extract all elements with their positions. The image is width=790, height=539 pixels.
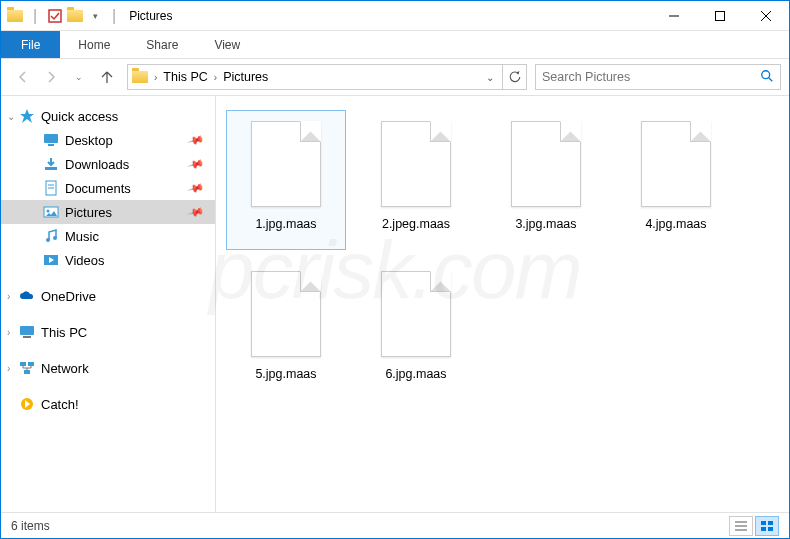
sidebar-item-label: Videos — [65, 253, 105, 268]
nav-arrows: ⌄ — [9, 67, 121, 87]
file-icon — [511, 121, 581, 207]
app-icon — [7, 8, 23, 24]
svg-point-17 — [53, 236, 57, 240]
file-item[interactable]: 4.jpg.maas — [616, 110, 736, 250]
sidebar-item-videos[interactable]: Videos — [1, 248, 215, 272]
address-dropdown-icon[interactable]: ⌄ — [482, 72, 498, 83]
address-bar[interactable]: › This PC › Pictures ⌄ — [127, 64, 503, 90]
svg-rect-2 — [716, 11, 725, 20]
sidebar-item-onedrive[interactable]: › OneDrive — [1, 284, 215, 308]
chevron-right-icon[interactable]: › — [7, 363, 10, 374]
qat-dropdown-icon[interactable]: ▾ — [87, 8, 103, 24]
svg-rect-10 — [45, 167, 57, 170]
search-icon[interactable] — [760, 69, 774, 86]
nav-up-icon[interactable] — [97, 67, 117, 87]
chevron-down-icon[interactable]: ⌄ — [7, 111, 15, 122]
svg-rect-29 — [761, 521, 766, 525]
svg-point-5 — [762, 70, 770, 78]
sidebar-item-label: Downloads — [65, 157, 129, 172]
desktop-icon — [43, 132, 59, 148]
close-button[interactable] — [743, 1, 789, 31]
chevron-right-icon[interactable]: › — [152, 72, 159, 83]
qat-separator: | — [27, 8, 43, 24]
sidebar-item-this-pc[interactable]: › This PC — [1, 320, 215, 344]
quick-access-icon — [19, 108, 35, 124]
chevron-right-icon[interactable]: › — [212, 72, 219, 83]
sidebar-item-desktop[interactable]: Desktop 📌 — [1, 128, 215, 152]
status-bar: 6 items — [1, 512, 789, 538]
svg-rect-0 — [49, 10, 61, 22]
address-folder-icon — [132, 69, 148, 85]
sidebar-item-documents[interactable]: Documents 📌 — [1, 176, 215, 200]
file-item[interactable]: 5.jpg.maas — [226, 260, 346, 400]
documents-icon — [43, 180, 59, 196]
titlebar: | ▾ | Pictures — [1, 1, 789, 31]
file-icon — [381, 271, 451, 357]
refresh-button[interactable] — [503, 64, 527, 90]
pin-icon: 📌 — [187, 203, 206, 221]
sidebar-item-label: Desktop — [65, 133, 113, 148]
ribbon-file-tab[interactable]: File — [1, 31, 60, 58]
file-view[interactable]: 1.jpg.maas2.jpeg.maas3.jpg.maas4.jpg.maa… — [216, 96, 789, 512]
navigation-pane: ⌄ Quick access Desktop 📌 Downloads 📌 — [1, 96, 216, 512]
pictures-icon — [43, 204, 59, 220]
svg-rect-9 — [48, 144, 54, 146]
pin-icon: 📌 — [187, 155, 206, 173]
sidebar-item-label: OneDrive — [41, 289, 96, 304]
icons-view-button[interactable] — [755, 516, 779, 536]
sidebar-item-network[interactable]: › Network — [1, 356, 215, 380]
sidebar-item-label: Pictures — [65, 205, 112, 220]
sidebar-item-catch[interactable]: Catch! — [1, 392, 215, 416]
status-item-count: 6 items — [11, 519, 50, 533]
svg-rect-32 — [768, 527, 773, 531]
music-icon — [43, 228, 59, 244]
nav-forward-icon[interactable] — [41, 67, 61, 87]
view-toggle — [729, 516, 779, 536]
svg-rect-31 — [761, 527, 766, 531]
nav-back-icon[interactable] — [13, 67, 33, 87]
pin-icon: 📌 — [187, 179, 206, 197]
qat-new-folder-icon[interactable] — [67, 8, 83, 24]
svg-line-6 — [769, 77, 773, 81]
quick-access-toolbar: | ▾ — [1, 8, 109, 24]
nav-history-dropdown-icon[interactable]: ⌄ — [69, 67, 89, 87]
breadcrumb-current[interactable]: Pictures — [223, 70, 268, 84]
file-name: 4.jpg.maas — [645, 217, 706, 231]
videos-icon — [43, 252, 59, 268]
file-icon — [251, 271, 321, 357]
onedrive-icon — [19, 288, 35, 304]
ribbon-tab-home[interactable]: Home — [60, 31, 128, 58]
file-item[interactable]: 6.jpg.maas — [356, 260, 476, 400]
svg-rect-30 — [768, 521, 773, 525]
ribbon-tab-share[interactable]: Share — [128, 31, 196, 58]
file-name: 1.jpg.maas — [255, 217, 316, 231]
navigation-bar: ⌄ › This PC › Pictures ⌄ — [1, 59, 789, 95]
svg-rect-8 — [44, 134, 58, 143]
sidebar-item-quick-access[interactable]: ⌄ Quick access — [1, 104, 215, 128]
qat-properties-icon[interactable] — [47, 8, 63, 24]
sidebar-item-label: Network — [41, 361, 89, 376]
file-item[interactable]: 3.jpg.maas — [486, 110, 606, 250]
minimize-button[interactable] — [651, 1, 697, 31]
file-item[interactable]: 2.jpeg.maas — [356, 110, 476, 250]
svg-rect-21 — [23, 336, 31, 338]
sidebar-item-label: Catch! — [41, 397, 79, 412]
search-box[interactable] — [535, 64, 781, 90]
svg-rect-23 — [28, 362, 34, 366]
svg-rect-24 — [24, 370, 30, 374]
chevron-right-icon[interactable]: › — [7, 291, 10, 302]
maximize-button[interactable] — [697, 1, 743, 31]
titlebar-separator: | — [112, 7, 116, 25]
search-input[interactable] — [542, 70, 760, 84]
sidebar-item-pictures[interactable]: Pictures 📌 — [1, 200, 215, 224]
breadcrumb-root[interactable]: This PC — [163, 70, 207, 84]
sidebar-item-downloads[interactable]: Downloads 📌 — [1, 152, 215, 176]
explorer-window: | ▾ | Pictures File Home Share View — [0, 0, 790, 539]
chevron-right-icon[interactable]: › — [7, 327, 10, 338]
downloads-icon — [43, 156, 59, 172]
svg-point-16 — [46, 238, 50, 242]
details-view-button[interactable] — [729, 516, 753, 536]
file-item[interactable]: 1.jpg.maas — [226, 110, 346, 250]
ribbon-tab-view[interactable]: View — [196, 31, 258, 58]
sidebar-item-music[interactable]: Music — [1, 224, 215, 248]
